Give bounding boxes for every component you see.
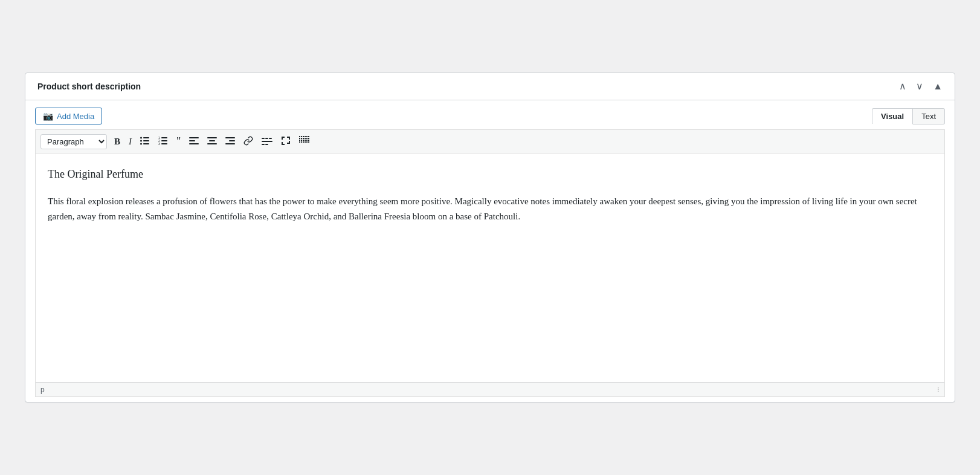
- svg-rect-42: [305, 140, 306, 141]
- svg-rect-25: [262, 144, 265, 145]
- editor-footer: p ⁝: [35, 383, 945, 397]
- svg-rect-23: [269, 138, 272, 139]
- svg-rect-38: [308, 138, 309, 139]
- unordered-list-button[interactable]: [137, 134, 153, 149]
- svg-rect-44: [308, 140, 309, 141]
- svg-rect-17: [207, 143, 217, 144]
- svg-rect-28: [301, 136, 302, 137]
- svg-rect-41: [303, 140, 304, 141]
- svg-rect-49: [306, 141, 308, 143]
- svg-rect-50: [308, 141, 309, 143]
- link-button[interactable]: [240, 134, 257, 149]
- svg-rect-26: [265, 144, 268, 145]
- svg-rect-45: [299, 141, 300, 143]
- view-tabs: Visual Text: [872, 108, 945, 124]
- svg-rect-16: [209, 140, 215, 141]
- svg-rect-36: [305, 138, 306, 139]
- svg-point-4: [140, 140, 142, 142]
- svg-rect-48: [305, 141, 306, 143]
- editor-wrapper: 📷 Add Media Visual Text Paragraph Headin…: [25, 100, 955, 397]
- collapse-down-button[interactable]: ∨: [914, 80, 926, 92]
- editor-path: p: [40, 386, 45, 394]
- svg-rect-0: [143, 137, 149, 138]
- panel-title: Product short description: [37, 82, 141, 91]
- svg-rect-47: [303, 141, 304, 143]
- product-short-description-panel: Product short description ∧ ∨ ▲ 📷 Add Me…: [25, 73, 955, 402]
- tab-text[interactable]: Text: [913, 108, 945, 124]
- svg-rect-43: [306, 140, 308, 141]
- add-media-button[interactable]: 📷 Add Media: [35, 108, 102, 124]
- svg-rect-35: [303, 138, 304, 139]
- svg-rect-15: [207, 137, 217, 138]
- svg-rect-27: [299, 136, 300, 137]
- svg-rect-22: [265, 138, 268, 139]
- editor-top-bar: 📷 Add Media Visual Text: [35, 108, 945, 124]
- align-left-button[interactable]: [185, 134, 202, 149]
- svg-rect-40: [301, 140, 302, 141]
- move-up-button[interactable]: ▲: [930, 80, 945, 92]
- svg-rect-19: [229, 140, 235, 141]
- blockquote-button[interactable]: ": [173, 134, 184, 149]
- svg-rect-33: [299, 138, 300, 139]
- svg-rect-37: [306, 138, 308, 139]
- svg-rect-18: [225, 137, 235, 138]
- more-button[interactable]: [258, 134, 276, 149]
- svg-rect-7: [161, 140, 167, 141]
- fullscreen-button[interactable]: [277, 134, 294, 149]
- svg-text:3: 3: [158, 142, 160, 146]
- align-right-button[interactable]: [222, 134, 239, 149]
- content-heading: The Original Perfume: [48, 166, 932, 183]
- svg-rect-21: [262, 138, 265, 139]
- resize-handle[interactable]: ⁝: [937, 386, 940, 394]
- svg-rect-1: [143, 140, 149, 141]
- svg-rect-24: [262, 141, 272, 142]
- kitchen-sink-button[interactable]: [295, 134, 315, 149]
- editor-toolbar: Paragraph Heading 1 Heading 2 Heading 3 …: [35, 129, 945, 153]
- svg-rect-2: [143, 143, 149, 144]
- align-center-button[interactable]: [204, 134, 221, 149]
- svg-rect-30: [305, 136, 306, 137]
- bold-button[interactable]: B: [111, 135, 124, 149]
- svg-rect-12: [189, 137, 199, 138]
- svg-rect-6: [161, 137, 167, 138]
- svg-rect-31: [306, 136, 308, 137]
- tab-visual[interactable]: Visual: [872, 108, 913, 124]
- svg-point-5: [140, 143, 142, 145]
- format-select[interactable]: Paragraph Heading 1 Heading 2 Heading 3 …: [40, 134, 107, 149]
- italic-button[interactable]: I: [125, 135, 135, 149]
- editor-content[interactable]: The Original Perfume This floral explosi…: [35, 153, 945, 383]
- panel-bottom-spacing: [25, 397, 955, 402]
- svg-rect-34: [301, 138, 302, 139]
- svg-rect-29: [303, 136, 304, 137]
- svg-rect-13: [189, 140, 195, 141]
- svg-rect-39: [299, 140, 300, 141]
- add-media-label: Add Media: [57, 112, 94, 121]
- svg-rect-8: [161, 143, 167, 144]
- svg-rect-14: [189, 143, 199, 144]
- add-media-icon: 📷: [43, 111, 53, 121]
- collapse-up-button[interactable]: ∧: [897, 80, 909, 92]
- ordered-list-button[interactable]: 123: [155, 134, 172, 149]
- panel-controls: ∧ ∨ ▲: [897, 80, 945, 92]
- svg-rect-20: [225, 143, 235, 144]
- content-body: This floral explosion releases a profusi…: [48, 194, 932, 224]
- svg-point-3: [140, 137, 142, 139]
- panel-header: Product short description ∧ ∨ ▲: [25, 73, 955, 100]
- svg-rect-32: [308, 136, 309, 137]
- svg-rect-46: [301, 141, 302, 143]
